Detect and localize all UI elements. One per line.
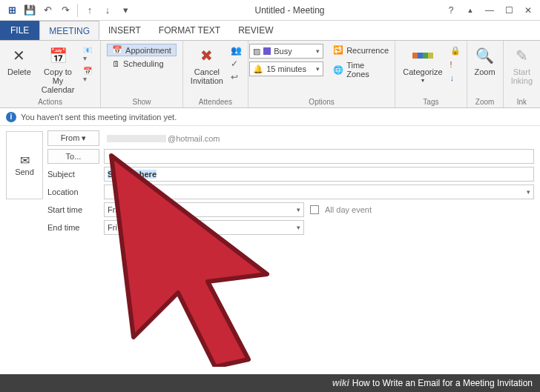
reminder-value: 15 minutes xyxy=(266,64,306,73)
info-bar: i You haven't sent this meeting invitati… xyxy=(0,108,540,126)
subject-value: Subject here xyxy=(108,170,157,179)
footer-brand: wiki xyxy=(332,378,349,388)
group-show-label: Show xyxy=(107,97,177,106)
info-message: You haven't sent this meeting invitation… xyxy=(21,113,177,122)
location-label: Location xyxy=(47,187,99,196)
tab-file[interactable]: FILE xyxy=(0,21,39,40)
ink-label: Start Inking xyxy=(511,67,533,85)
from-value: @hotmail.com xyxy=(104,131,534,146)
ribbon-tabstrip: FILE MEETING INSERT FORMAT TEXT REVIEW xyxy=(0,21,540,40)
info-icon: i xyxy=(6,112,16,122)
copy-to-calendar-button[interactable]: 📅 Copy to My Calendar xyxy=(39,44,77,96)
help-button[interactable]: ? xyxy=(442,3,460,18)
next-button[interactable]: ↓ xyxy=(100,3,115,18)
group-options-label: Options xyxy=(254,97,389,106)
high-importance-icon[interactable]: ! xyxy=(450,60,461,69)
save-button[interactable]: 💾 xyxy=(22,3,37,18)
separator xyxy=(77,4,78,17)
categorize-button[interactable]: Categorize ▾ xyxy=(401,44,444,86)
ribbon-toggle-button[interactable]: ▲ xyxy=(461,3,479,18)
subject-field[interactable]: Subject here xyxy=(104,167,534,182)
meeting-form: ✉ Send From ▾ @hotmail.com To... Subject… xyxy=(0,126,540,239)
time-zones-button[interactable]: 🌐 Time Zones xyxy=(328,59,394,80)
start-time-label: Start time xyxy=(47,205,99,214)
scheduling-icon: 🗓 xyxy=(112,59,120,68)
low-importance-icon[interactable]: ↓ xyxy=(450,73,461,82)
group-ink: ✎ Start Inking Ink xyxy=(504,41,540,107)
ink-icon: ✎ xyxy=(511,45,532,66)
title-bar: ⊞ 💾 ↶ ↷ ↑ ↓ ▾ Untitled - Meeting ? ▲ — ☐… xyxy=(0,0,540,21)
close-button[interactable]: ✕ xyxy=(519,3,537,18)
outlook-icon[interactable]: ⊞ xyxy=(4,3,19,18)
group-attendees: ✖ Cancel Invitation 👥 ✓ ↩ Attendees xyxy=(183,41,248,107)
minimize-button[interactable]: — xyxy=(481,3,498,18)
window-title: Untitled - Meeting xyxy=(137,5,442,16)
wikihow-footer: wiki How to Write an Email for a Meeting… xyxy=(0,374,540,392)
reminder-combo[interactable]: 🔔 15 minutes ▾ xyxy=(249,62,323,76)
check-names-icon[interactable]: ✓ xyxy=(231,59,242,69)
recurrence-icon: 🔁 xyxy=(333,45,343,55)
qat-customize-button[interactable]: ▾ xyxy=(118,3,133,18)
footer-text: How to Write an Email for a Meeting Invi… xyxy=(352,378,533,388)
categorize-label: Categorize xyxy=(403,67,442,76)
recurrence-label: Recurrence xyxy=(346,46,389,55)
address-book-icon[interactable]: 👥 xyxy=(231,45,242,56)
group-options: ▨ Busy ▾ 🔔 15 minutes ▾ 🔁 Recurrence 🌐 xyxy=(248,41,395,107)
tab-meeting[interactable]: MEETING xyxy=(39,21,99,40)
scheduling-label: Scheduling xyxy=(123,59,163,68)
zoom-icon: 🔍 xyxy=(475,45,495,66)
appointment-button[interactable]: 📅 Appointment xyxy=(107,44,177,56)
appointment-label: Appointment xyxy=(125,46,171,55)
send-button[interactable]: ✉ Send xyxy=(6,131,43,199)
show-as-combo[interactable]: ▨ Busy ▾ xyxy=(249,44,323,59)
ribbon: ✕ Delete 📅 Copy to My Calendar 📧▾ 📅▾ Act… xyxy=(0,40,540,108)
start-inking-button[interactable]: ✎ Start Inking xyxy=(510,44,534,87)
zoom-label: Zoom xyxy=(475,67,495,76)
redo-button[interactable]: ↷ xyxy=(58,3,73,18)
private-icon[interactable]: 🔒 xyxy=(450,46,461,56)
tab-review[interactable]: REVIEW xyxy=(229,21,282,40)
end-date-field[interactable]: Fri 10/2/2015 xyxy=(104,220,304,235)
response-options-icon[interactable]: ↩ xyxy=(231,72,242,82)
to-button[interactable]: To... xyxy=(47,149,99,164)
time-zones-label: Time Zones xyxy=(346,61,389,79)
start-date-field[interactable]: Fri 10/2/2015 xyxy=(104,202,304,217)
group-zoom: 🔍 Zoom Zoom xyxy=(467,41,504,107)
group-tags-label: Tags xyxy=(401,97,460,106)
zoom-button[interactable]: 🔍 Zoom xyxy=(473,44,497,78)
location-field[interactable] xyxy=(104,185,534,199)
maximize-button[interactable]: ☐ xyxy=(500,3,518,18)
forward-icon[interactable]: 📧▾ xyxy=(83,46,94,62)
tab-format-text[interactable]: FORMAT TEXT xyxy=(150,21,229,40)
send-label: Send xyxy=(15,167,34,176)
chevron-down-icon: ▾ xyxy=(316,65,320,73)
tab-insert[interactable]: INSERT xyxy=(99,21,150,40)
from-button[interactable]: From ▾ xyxy=(47,130,99,146)
cancel-invitation-button[interactable]: ✖ Cancel Invitation xyxy=(189,44,225,87)
group-show: 📅 Appointment 🗓 Scheduling Show xyxy=(101,41,183,107)
all-day-checkbox[interactable] xyxy=(310,205,319,214)
group-zoom-label: Zoom xyxy=(473,97,497,106)
busy-color-icon xyxy=(263,47,271,55)
undo-button[interactable]: ↶ xyxy=(40,3,55,18)
group-actions: ✕ Delete 📅 Copy to My Calendar 📧▾ 📅▾ Act… xyxy=(0,41,101,107)
group-tags: Categorize ▾ 🔒 ! ↓ Tags xyxy=(395,41,467,107)
scheduling-button[interactable]: 🗓 Scheduling xyxy=(107,58,177,70)
subject-label: Subject xyxy=(47,170,99,179)
recurrence-button[interactable]: 🔁 Recurrence xyxy=(328,44,394,56)
delete-icon: ✕ xyxy=(9,45,30,66)
to-field[interactable] xyxy=(104,149,534,164)
calendar-icon: 📅 xyxy=(47,45,68,66)
quick-access-toolbar: ⊞ 💾 ↶ ↷ ↑ ↓ ▾ xyxy=(0,3,137,18)
cancel-label: Cancel Invitation xyxy=(191,67,223,85)
globe-icon: 🌐 xyxy=(333,65,343,75)
delete-button[interactable]: ✕ Delete xyxy=(6,44,33,78)
window-controls: ? ▲ — ☐ ✕ xyxy=(442,3,540,18)
delete-label: Delete xyxy=(7,67,31,76)
prev-button[interactable]: ↑ xyxy=(82,3,97,18)
copy-label: Copy to My Calendar xyxy=(40,67,76,94)
show-as-value: Busy xyxy=(274,47,292,56)
categorize-icon xyxy=(412,45,433,66)
cancel-icon: ✖ xyxy=(197,45,217,66)
calendar-small-icon[interactable]: 📅▾ xyxy=(83,67,94,83)
